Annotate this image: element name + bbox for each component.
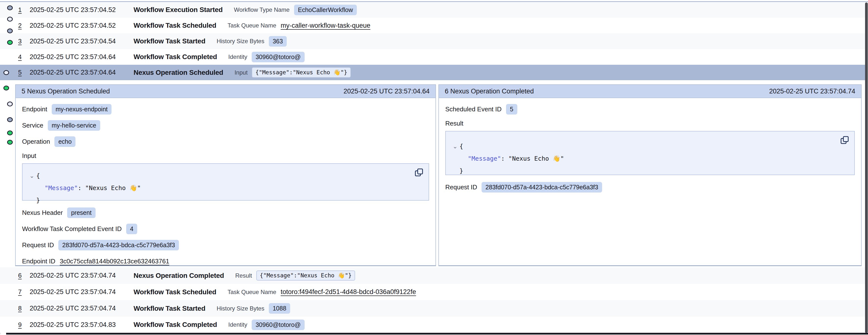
result-json-viewer: ⌄{ "Message": "Nexus Echo 👋" } (445, 131, 855, 175)
field-request-id: Request ID 283fd070-d57a-4423-bdca-c5c77… (445, 182, 855, 193)
event-timestamp: 2025-02-25 UTC 23:57:04.52 (30, 22, 133, 29)
event-attr-label: Identity (228, 53, 247, 60)
field-value-badge: 283fd070-d57a-4423-bdca-c5c779e6a3f3 (58, 240, 179, 250)
field-label: Request ID (445, 184, 477, 191)
json-line-open: ⌄{ (451, 140, 847, 152)
event-timestamp: 2025-02-25 UTC 23:57:04.83 (30, 321, 133, 329)
event-row-8[interactable]: 8 2025-02-25 UTC 23:57:04.74 Workflow Ta… (0, 300, 866, 316)
input-section-label: Input (22, 152, 429, 160)
card-timestamp: 2025-02-25 UTC 23:57:04.64 (344, 88, 430, 95)
collapse-chevron-icon[interactable]: ⌄ (451, 140, 460, 152)
event-5-card-header[interactable]: 5 Nexus Operation Scheduled 2025-02-25 U… (16, 85, 435, 98)
event-row-6[interactable]: 6 2025-02-25 UTC 23:57:04.74 Nexus Opera… (0, 267, 866, 284)
event-attr-value-json-badge: {"Message":"Nexus Echo 👋"} (256, 271, 355, 281)
timeline-dot-event-5 (3, 70, 9, 75)
result-section-label: Result (445, 120, 855, 128)
event-id-link[interactable]: 7 (18, 288, 30, 296)
event-timestamp: 2025-02-25 UTC 23:57:04.54 (30, 37, 133, 45)
event-name: Workflow Task Started (133, 305, 205, 312)
event-id-link[interactable]: 4 (18, 53, 30, 61)
field-wft-completed-event-id: Workflow Task Completed Event ID 4 (22, 223, 429, 234)
timeline-dot-event-1 (7, 5, 13, 10)
card-title: 6 Nexus Operation Completed (445, 88, 534, 95)
workflow-history-panel: 1 2025-02-25 UTC 23:57:04.52 Workflow Ex… (0, 0, 868, 335)
event-attr-value-badge: 30960@totoro@ (252, 52, 305, 62)
event-attr-value-badge: 1088 (269, 303, 290, 314)
event-attr-label: Workflow Type Name (234, 6, 290, 13)
field-operation: Operation echo (22, 136, 429, 147)
field-scheduled-event-id: Scheduled Event ID 5 (445, 104, 855, 115)
json-line-message: "Message": "Nexus Echo 👋" (27, 182, 421, 194)
field-label: Endpoint (22, 106, 47, 113)
timeline-dot-event-10 (7, 140, 13, 145)
timeline-dot-event-8 (7, 117, 13, 122)
field-value-badge: present (67, 207, 95, 218)
expanded-event-details: 5 Nexus Operation Scheduled 2025-02-25 U… (0, 80, 868, 267)
timeline-dot-event-4 (7, 40, 13, 45)
event-row-4[interactable]: 4 2025-02-25 UTC 23:57:04.64 Workflow Ta… (0, 49, 866, 65)
card-body: Scheduled Event ID 5 Result ⌄{ "Message"… (439, 98, 861, 203)
event-id-link[interactable]: 2 (18, 22, 30, 29)
copy-icon[interactable] (840, 135, 849, 145)
input-json-viewer: ⌄{ "Message": "Nexus Echo 👋" } (22, 163, 429, 201)
field-value-badge: my-nexus-endpoint (52, 104, 112, 114)
event-row-9[interactable]: 9 2025-02-25 UTC 23:57:04.83 Workflow Ta… (0, 316, 866, 333)
event-timestamp: 2025-02-25 UTC 23:57:04.74 (30, 272, 133, 279)
event-timestamp: 2025-02-25 UTC 23:57:04.64 (30, 69, 133, 76)
field-label: Operation (22, 138, 50, 145)
endpoint-id-link[interactable]: 3c0c75ccfa8144b092c13ce632463761 (60, 257, 169, 265)
timeline-dot-event-9 (7, 131, 13, 135)
field-label: Endpoint ID (22, 257, 55, 265)
event-history-table: 1 2025-02-25 UTC 23:57:04.52 Workflow Ex… (0, 2, 866, 80)
event-id-link[interactable]: 3 (18, 37, 30, 45)
event-row-2[interactable]: 2 2025-02-25 UTC 23:57:04.52 Workflow Ta… (0, 18, 866, 33)
event-row-3[interactable]: 3 2025-02-25 UTC 23:57:04.54 Workflow Ta… (0, 33, 866, 49)
field-request-id: Request ID 283fd070-d57a-4423-bdca-c5c77… (22, 239, 429, 251)
json-line-open: ⌄{ (27, 170, 421, 182)
event-id-link[interactable]: 6 (18, 272, 30, 279)
event-attr-label: Identity (228, 321, 247, 328)
field-label: Workflow Task Completed Event ID (22, 225, 122, 233)
field-service: Service my-hello-service (22, 120, 429, 131)
task-queue-link[interactable]: my-caller-workflow-task-queue (281, 22, 370, 29)
json-line-close: } (451, 165, 847, 177)
event-attr-label: Result (235, 272, 252, 279)
event-name: Workflow Task Scheduled (133, 288, 216, 296)
field-value-badge: 4 (126, 224, 137, 234)
event-id-link[interactable]: 8 (18, 305, 30, 312)
card-timestamp: 2025-02-25 UTC 23:57:04.74 (769, 88, 855, 95)
timeline-dot-event-7 (7, 102, 13, 106)
event-5-detail-card: 5 Nexus Operation Scheduled 2025-02-25 U… (15, 84, 436, 266)
event-row-5-selected[interactable]: 5 2025-02-25 UTC 23:57:04.64 Nexus Opera… (0, 65, 866, 80)
collapse-chevron-icon[interactable]: ⌄ (27, 170, 36, 182)
timeline-dot-event-6 (3, 86, 9, 90)
event-timestamp: 2025-02-25 UTC 23:57:04.74 (30, 288, 133, 296)
event-row-1[interactable]: 1 2025-02-25 UTC 23:57:04.52 Workflow Ex… (0, 2, 866, 18)
field-label: Request ID (22, 241, 54, 249)
copy-icon[interactable] (414, 168, 424, 177)
event-id-link[interactable]: 5 (18, 69, 30, 76)
json-value: "Nexus Echo 👋" (508, 155, 564, 162)
event-attr-value-badge: 363 (269, 36, 287, 47)
field-endpoint: Endpoint my-nexus-endpoint (22, 104, 429, 115)
task-queue-link[interactable]: totoro:f494fecf-2d51-4d48-bdcd-036a0f912… (281, 288, 416, 296)
json-value: "Nexus Echo 👋" (85, 185, 141, 192)
event-id-link[interactable]: 9 (18, 321, 30, 329)
card-body: Endpoint my-nexus-endpoint Service my-he… (16, 98, 435, 277)
event-name: Workflow Task Started (133, 37, 205, 45)
event-row-7[interactable]: 7 2025-02-25 UTC 23:57:04.74 Workflow Ta… (0, 284, 866, 300)
event-timestamp: 2025-02-25 UTC 23:57:04.52 (30, 6, 133, 14)
field-value-badge: 283fd070-d57a-4423-bdca-c5c779e6a3f3 (482, 182, 602, 193)
json-line-close: } (27, 194, 421, 206)
event-attr-label: Task Queue Name (227, 289, 276, 296)
event-id-link[interactable]: 1 (18, 6, 30, 14)
event-attr-label: Input (235, 69, 248, 76)
event-6-card-header[interactable]: 6 Nexus Operation Completed 2025-02-25 U… (439, 85, 861, 98)
event-name: Workflow Task Completed (133, 321, 217, 329)
timeline-dot-event-3 (7, 28, 13, 33)
vertical-scrollbar[interactable] (865, 2, 868, 333)
event-attr-value-badge: 30960@totoro@ (252, 319, 305, 330)
field-value-badge: my-hello-service (48, 120, 100, 131)
json-key: "Message" (44, 185, 78, 192)
event-timestamp: 2025-02-25 UTC 23:57:04.74 (30, 305, 133, 312)
